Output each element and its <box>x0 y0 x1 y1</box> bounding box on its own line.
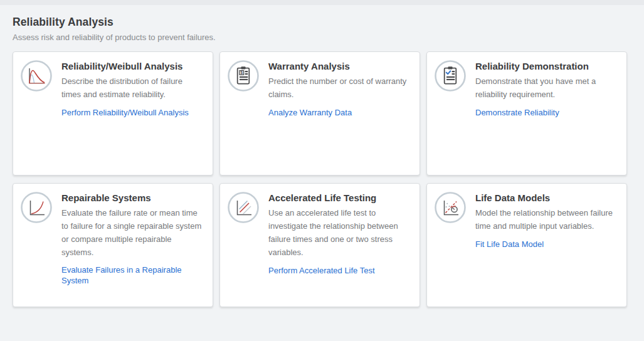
card-title: Warranty Analysis <box>268 61 411 71</box>
warranty-cost-clipboard-icon: $ <box>228 60 259 92</box>
weibull-distribution-icon <box>21 60 52 92</box>
page-subtitle: Assess risk and reliability of products … <box>13 33 631 42</box>
page-title: Reliability Analysis <box>13 16 631 29</box>
card-description: Predict the number or cost of warranty c… <box>268 75 411 101</box>
growth-curve-chart-icon <box>21 192 52 223</box>
card-body: Accelerated Life Testing Use an accelera… <box>268 192 411 276</box>
card-description: Demonstrate that you have met a reliabil… <box>475 75 618 101</box>
card-description: Model the relationship between failure t… <box>475 206 618 233</box>
card-warranty-analysis: $ Warranty Analysis Predict the number o… <box>219 51 420 176</box>
card-description: Describe the distribution of failure tim… <box>61 75 204 101</box>
card-body: Reliability Demonstration Demonstrate th… <box>475 60 618 118</box>
parallel-trend-lines-chart-icon <box>228 192 259 223</box>
scatter-gauge-chart-icon <box>435 192 466 223</box>
card-accelerated-life-testing: Accelerated Life Testing Use an accelera… <box>219 183 420 307</box>
analysis-card-grid: Reliability/Weibull Analysis Describe th… <box>13 51 631 307</box>
card-body: Warranty Analysis Predict the number or … <box>268 60 411 118</box>
card-title: Reliability Demonstration <box>475 61 618 71</box>
svg-text:$: $ <box>240 70 243 75</box>
card-reliability-weibull-analysis: Reliability/Weibull Analysis Describe th… <box>13 51 213 176</box>
reliability-analysis-page: Reliability Analysis Assess risk and rel… <box>0 5 644 341</box>
card-life-data-models: Life Data Models Model the relationship … <box>426 183 627 307</box>
card-title: Reliability/Weibull Analysis <box>61 61 204 71</box>
evaluate-failures-repairable-system-link[interactable]: Evaluate Failures in a Repairable System <box>61 265 204 286</box>
card-description: Use an accelerated life test to investig… <box>268 206 411 259</box>
card-title: Repairable Systems <box>61 192 204 203</box>
demonstrate-reliability-link[interactable]: Demonstrate Reliability <box>475 107 559 118</box>
fit-life-data-model-link[interactable]: Fit Life Data Model <box>475 239 544 249</box>
perform-accelerated-life-test-link[interactable]: Perform Accelerated Life Test <box>268 265 375 276</box>
card-description: Evaluate the failure rate or mean time t… <box>61 206 204 259</box>
card-reliability-demonstration: Reliability Demonstration Demonstrate th… <box>426 51 627 176</box>
card-title: Accelerated Life Testing <box>268 192 411 203</box>
card-body: Repairable Systems Evaluate the failure … <box>61 192 204 286</box>
perform-reliability-weibull-analysis-link[interactable]: Perform Reliability/Weibull Analysis <box>61 107 189 118</box>
top-divider <box>0 0 644 5</box>
card-repairable-systems: Repairable Systems Evaluate the failure … <box>13 183 213 307</box>
card-title: Life Data Models <box>475 192 618 203</box>
card-body: Reliability/Weibull Analysis Describe th… <box>61 60 204 118</box>
analyze-warranty-data-link[interactable]: Analyze Warranty Data <box>268 107 352 118</box>
checklist-clipboard-icon <box>435 60 466 92</box>
card-body: Life Data Models Model the relationship … <box>475 192 618 249</box>
